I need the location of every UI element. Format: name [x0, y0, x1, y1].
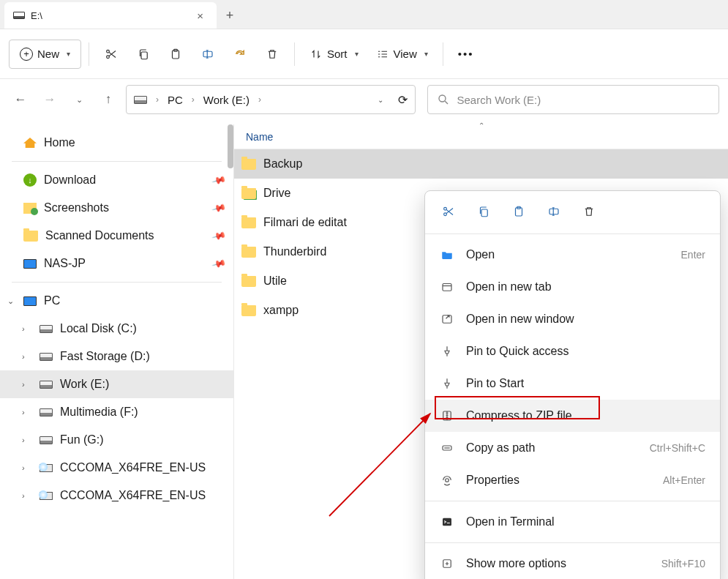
ctx-pin-start-label: Pin to Start — [466, 377, 524, 390]
svg-point-7 — [444, 207, 447, 210]
forward-button[interactable]: → — [38, 88, 61, 111]
sidebar-home[interactable]: Home — [0, 129, 233, 157]
rename-icon — [547, 205, 560, 218]
chevron-right-icon[interactable]: › — [22, 352, 25, 361]
sidebar-drive-item[interactable]: ›Multimedia (F:) — [0, 398, 233, 426]
sidebar-quick-item[interactable]: Scanned Documents📌 — [0, 222, 233, 250]
separator — [294, 42, 295, 66]
file-name: Backup — [263, 157, 302, 171]
ctx-open-window[interactable]: Open in new window — [425, 303, 720, 335]
sidebar-drive-item[interactable]: ›Local Disk (C:) — [0, 315, 233, 343]
chevron-right-icon[interactable]: › — [22, 463, 25, 472]
home-icon — [23, 138, 37, 148]
ctx-compress[interactable]: Compress to ZIP file — [425, 400, 720, 432]
close-tab-icon[interactable]: × — [192, 8, 208, 23]
delete-button[interactable] — [258, 40, 287, 69]
ctx-more-shortcut: Shift+F10 — [661, 558, 705, 569]
zip-icon — [440, 409, 454, 422]
nav-bar: ← → ⌄ ↑ › PC › Work (E:) › ⌄ ⟳ Search Wo… — [0, 79, 728, 120]
svg-rect-18 — [443, 518, 451, 526]
breadcrumb-pc[interactable]: PC — [168, 94, 183, 106]
open-icon — [440, 248, 454, 261]
trash-icon — [266, 48, 279, 61]
ctx-copy-path-label: Copy as path — [466, 441, 535, 455]
chevron-down-icon[interactable]: ⌄ — [7, 296, 14, 306]
back-button[interactable]: ← — [9, 88, 32, 111]
pin-icon: 📌 — [211, 228, 226, 244]
new-button[interactable]: + New ▾ — [9, 40, 81, 69]
ctx-rename-button[interactable] — [545, 203, 563, 220]
separator — [89, 42, 89, 66]
drive-icon — [13, 12, 25, 19]
svg-point-1 — [107, 55, 110, 58]
file-item[interactable]: Backup — [234, 149, 728, 179]
ctx-open-tab[interactable]: Open in new tab — [425, 271, 720, 303]
up-button[interactable]: ↑ — [97, 88, 120, 111]
path-icon — [440, 441, 454, 455]
address-bar[interactable]: › PC › Work (E:) › ⌄ ⟳ — [126, 85, 416, 114]
folder-icon — [23, 231, 38, 242]
file-name: xampp — [263, 304, 299, 317]
share-button[interactable] — [225, 40, 255, 69]
terminal-icon — [440, 515, 454, 528]
sort-button[interactable]: Sort ▾ — [302, 40, 366, 69]
file-name: Drive — [263, 187, 290, 200]
breadcrumb-drive[interactable]: Work (E:) — [203, 94, 249, 106]
sidebar-quick-item[interactable]: Screenshots📌 — [0, 194, 233, 222]
ctx-open[interactable]: Open Enter — [425, 239, 720, 271]
ctx-delete-button[interactable] — [580, 203, 598, 220]
drive-icon — [40, 408, 53, 416]
search-input[interactable]: Search Work (E:) — [427, 85, 720, 114]
more-button[interactable]: ••• — [451, 40, 481, 69]
ctx-cut-button[interactable] — [440, 203, 457, 220]
sidebar-item-label: Local Disk (C:) — [60, 322, 137, 335]
ctx-terminal[interactable]: Open in Terminal — [425, 506, 720, 538]
ctx-more[interactable]: Show more options Shift+F10 — [425, 548, 720, 579]
sidebar-pc[interactable]: ⌄ PC — [0, 287, 233, 315]
search-icon — [437, 93, 450, 106]
sidebar-drive-item[interactable]: ›CCCOMA_X64FRE_EN-US — [0, 482, 233, 509]
copy-button[interactable] — [129, 40, 158, 69]
sidebar-drive-item[interactable]: ›CCCOMA_X64FRE_EN-US — [0, 454, 233, 482]
ctx-pin-start[interactable]: Pin to Start — [425, 367, 720, 400]
view-button[interactable]: View ▾ — [369, 40, 435, 69]
clipboard-icon — [169, 48, 182, 61]
sidebar-item-label: NAS-JP — [44, 257, 86, 270]
chevron-right-icon[interactable]: › — [22, 408, 25, 416]
folder-icon — [241, 305, 256, 316]
recent-button[interactable]: ⌄ — [67, 88, 91, 111]
svg-rect-9 — [481, 209, 487, 217]
ctx-copy-path-shortcut: Ctrl+Shift+C — [650, 442, 705, 454]
sidebar-pc-label: PC — [44, 294, 60, 307]
cut-button[interactable] — [97, 40, 126, 69]
chevron-right-icon[interactable]: › — [22, 491, 25, 500]
chevron-right-icon[interactable]: › — [22, 324, 25, 333]
ctx-pin-quick[interactable]: Pin to Quick access — [425, 335, 720, 367]
tab-active[interactable]: E:\ × — [4, 2, 217, 29]
new-tab-button[interactable]: + — [217, 2, 243, 29]
sidebar-quick-item[interactable]: NAS-JP📌 — [0, 250, 233, 277]
column-header-name[interactable]: ⌃ Name — [234, 124, 728, 149]
dvd-icon — [40, 492, 53, 500]
ctx-open-shortcut: Enter — [681, 249, 705, 261]
sidebar-quick-item[interactable]: Download📌 — [0, 166, 233, 194]
sidebar-drive-item[interactable]: ›Fun (G:) — [0, 426, 233, 454]
ctx-properties[interactable]: Properties Alt+Enter — [425, 464, 720, 496]
pin-icon: 📌 — [211, 201, 226, 216]
drive-icon — [40, 436, 53, 444]
separator — [425, 542, 720, 543]
sidebar-drive-item[interactable]: ›Work (E:) — [0, 370, 233, 398]
sidebar-drive-item[interactable]: ›Fast Storage (D:) — [0, 343, 233, 370]
ctx-paste-button[interactable] — [510, 203, 528, 220]
chevron-right-icon[interactable]: › — [22, 380, 25, 389]
sidebar-home-label: Home — [44, 136, 75, 149]
sidebar-item-label: Screenshots — [44, 201, 109, 214]
chevron-right-icon[interactable]: › — [22, 436, 25, 444]
ctx-copy-path[interactable]: Copy as path Ctrl+Shift+C — [425, 432, 720, 464]
rename-button[interactable] — [193, 40, 222, 69]
paste-button[interactable] — [161, 40, 190, 69]
refresh-button[interactable]: ⟳ — [398, 93, 408, 107]
tab-icon — [440, 280, 454, 294]
ctx-copy-button[interactable] — [475, 203, 492, 220]
history-dropdown-icon[interactable]: ⌄ — [378, 96, 383, 104]
